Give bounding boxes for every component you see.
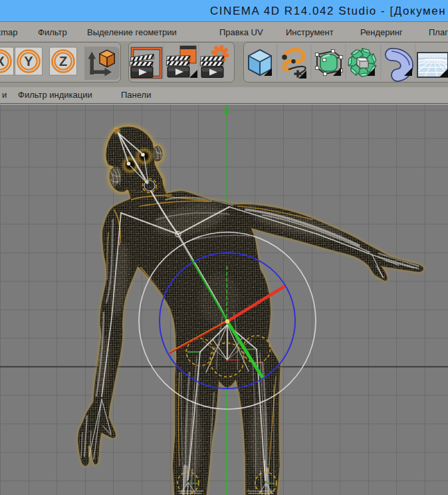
svg-text:X: X	[0, 54, 5, 69]
svg-text:Y: Y	[24, 54, 33, 69]
svg-text:Z: Z	[59, 54, 67, 69]
